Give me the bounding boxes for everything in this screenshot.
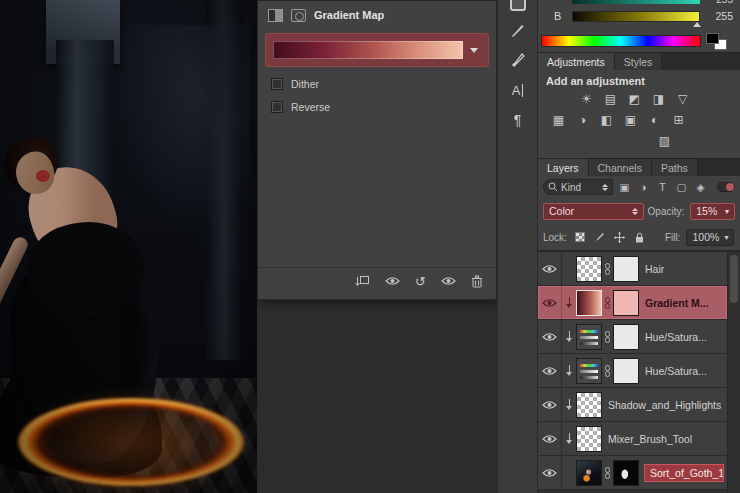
black-swatch[interactable] (706, 33, 719, 44)
spinner-arrows-icon (632, 208, 638, 215)
reverse-checkbox[interactable] (271, 101, 283, 113)
lock-all-icon[interactable] (633, 231, 647, 244)
opacity-label: Opacity: (648, 206, 685, 217)
visibility-eye-icon[interactable] (538, 320, 562, 353)
b-channel-slider[interactable] (572, 11, 700, 22)
paragraph-glyph: ¶ (514, 112, 522, 128)
dither-checkbox[interactable] (271, 78, 283, 90)
layer-name: Shadow_and_Highlights (608, 399, 721, 411)
channel-mixer-icon[interactable]: ◐ (646, 113, 663, 127)
brightness-contrast-icon[interactable]: ☀ (578, 92, 595, 106)
previous-state-eye-button[interactable] (385, 276, 400, 286)
toggle-visibility-button[interactable] (441, 276, 456, 286)
adjustments-tabbar: Adjustments Styles (538, 52, 740, 70)
partial-slider-track[interactable] (572, 0, 700, 4)
photoshop-window: Gradient Map Dither Reverse ↺ (0, 0, 740, 493)
reset-icon[interactable]: ↺ (415, 275, 426, 288)
adjustment-icons-row1: ☀ ▤ ◩ ◨ ▽ (538, 88, 740, 109)
levels-icon[interactable]: ▤ (602, 92, 619, 106)
tab-channels[interactable]: Channels (589, 159, 652, 176)
delete-adjustment-button[interactable] (471, 275, 483, 288)
visibility-eye-icon[interactable] (538, 456, 562, 489)
add-adjustment-heading: Add an adjustment (538, 70, 740, 88)
paragraph-panel-icon[interactable]: ¶ (498, 105, 537, 135)
layer-mask-thumbnail[interactable] (613, 460, 639, 486)
layer-thumbnail[interactable] (576, 460, 602, 486)
layer-row-hue-saturation-2[interactable]: Hue/Satura... (538, 354, 727, 388)
layer-mask-thumbnail[interactable] (613, 290, 639, 316)
lock-fill-row: Lock: Fill: 100% ▾ (538, 224, 740, 250)
curves-icon[interactable]: ◩ (626, 92, 643, 106)
layer-mask-thumbnail[interactable] (613, 324, 639, 350)
gradient-picker-arrow[interactable] (465, 34, 482, 66)
brush-presets-panel-icon[interactable] (498, 45, 537, 75)
character-panel-icon[interactable]: A (498, 75, 537, 105)
text-caret (522, 84, 523, 97)
visibility-eye-icon[interactable] (538, 422, 562, 455)
color-lookup-icon[interactable]: ⊞ (670, 113, 687, 127)
panel-title: Gradient Map (314, 9, 384, 21)
gradient-map-thumbnail[interactable] (576, 290, 602, 316)
tab-adjustments[interactable]: Adjustments (538, 53, 615, 70)
filter-shape-icon[interactable]: ▢ (674, 181, 689, 193)
scrollbar-thumb[interactable] (730, 255, 738, 303)
mask-icon[interactable] (291, 9, 306, 22)
hue-saturation-icon[interactable]: ▦ (550, 113, 567, 127)
visibility-eye-icon[interactable] (538, 252, 562, 285)
b-channel-value: 255 (715, 10, 733, 22)
color-panel: 255 B 255 (538, 0, 740, 52)
fill-select[interactable]: 100% ▾ (686, 229, 734, 246)
color-spectrum-ramp[interactable] (541, 35, 701, 47)
filter-smartobject-icon[interactable]: ◈ (693, 181, 708, 193)
filter-type-icon[interactable]: T (655, 181, 670, 193)
layer-row-gradient-map[interactable]: Gradient M... (538, 286, 727, 320)
filter-adjustment-icon[interactable]: ◑ (636, 181, 651, 193)
exposure-icon[interactable]: ◨ (650, 92, 667, 106)
brush-panel-icon[interactable] (498, 15, 537, 45)
link-icon (602, 263, 613, 275)
visibility-eye-icon[interactable] (538, 286, 562, 319)
slider-thumb[interactable] (693, 22, 701, 27)
tab-paths[interactable]: Paths (652, 159, 698, 176)
color-balance-icon[interactable]: ◑ (574, 113, 591, 127)
layer-thumbnail[interactable] (576, 392, 602, 418)
tab-styles[interactable]: Styles (615, 53, 663, 70)
dock-partial-icon[interactable] (498, 0, 537, 15)
hue-saturation-thumbnail[interactable] (576, 358, 602, 384)
layer-row-shadow-and-highlights[interactable]: Shadow_and_Highlights (538, 388, 727, 422)
chevron-down-icon: ▾ (725, 207, 729, 216)
visibility-eye-icon[interactable] (538, 354, 562, 387)
layer-thumbnail[interactable] (576, 256, 602, 282)
properties-panel-header: Gradient Map (258, 1, 496, 29)
layer-mask-thumbnail[interactable] (613, 358, 639, 384)
blend-opacity-row: Color Opacity: 15% ▾ (538, 198, 740, 224)
hue-saturation-thumbnail[interactable] (576, 324, 602, 350)
filter-pixel-icon[interactable]: ▣ (617, 181, 632, 193)
layer-row-hair[interactable]: Hair (538, 252, 727, 286)
clip-to-layer-button[interactable] (355, 275, 370, 288)
layers-scrollbar[interactable] (727, 252, 740, 493)
black-white-icon[interactable]: ◧ (598, 113, 615, 127)
adjustments-panel: Add an adjustment ☀ ▤ ◩ ◨ ▽ ▦ ◑ ◧ ▣ ◐ ⊞ … (538, 70, 740, 158)
vibrance-icon[interactable]: ▽ (674, 92, 691, 106)
layer-mask-thumbnail[interactable] (613, 256, 639, 282)
layer-row-sort-of-goth[interactable]: Sort_of_Goth_1... (538, 456, 727, 490)
blend-mode-select[interactable]: Color (543, 203, 644, 220)
photo-filter-icon[interactable]: ▣ (622, 113, 639, 127)
lock-paint-icon[interactable] (593, 231, 607, 244)
layer-row-hue-saturation-1[interactable]: Hue/Satura... (538, 320, 727, 354)
visibility-eye-icon[interactable] (538, 388, 562, 421)
filtering-toggle[interactable] (717, 182, 735, 192)
document-canvas[interactable] (0, 0, 257, 493)
b-channel-label: B (554, 10, 561, 22)
lock-transparent-icon[interactable] (573, 231, 587, 244)
spinner-arrows-icon (602, 184, 608, 191)
selective-color-icon[interactable]: ▨ (656, 134, 673, 148)
lock-position-icon[interactable] (613, 231, 627, 244)
kind-filter-select[interactable]: Kind (543, 179, 613, 195)
tab-layers[interactable]: Layers (538, 159, 589, 176)
opacity-select[interactable]: 15% ▾ (690, 203, 735, 220)
gradient-editor-well[interactable] (273, 41, 463, 59)
layer-row-mixer-brush-tool[interactable]: Mixer_Brush_Tool (538, 422, 727, 456)
layer-thumbnail[interactable] (576, 426, 602, 452)
